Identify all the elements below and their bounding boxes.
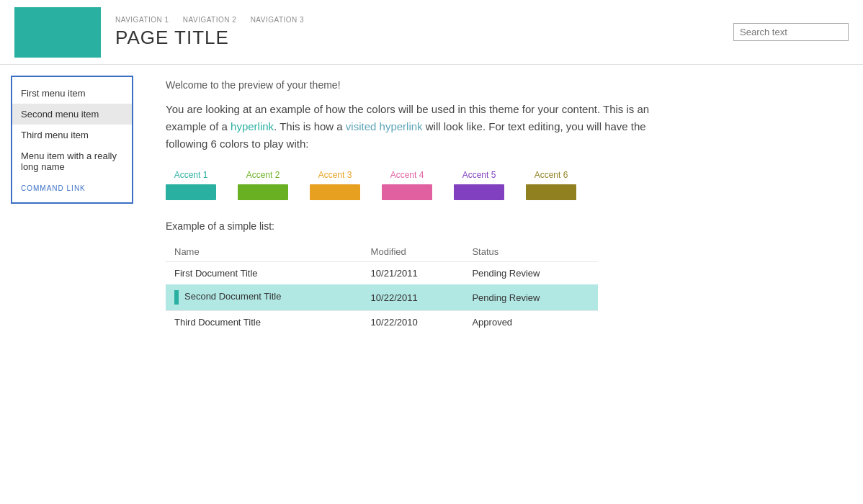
- accent-6-label: Accent 6: [535, 170, 568, 180]
- accent-3-item: Accent 3: [310, 170, 360, 200]
- accent-5-block: [454, 184, 504, 200]
- documents-table: Name Modified Status First Document Titl…: [166, 242, 598, 333]
- accent-5-label: Accent 5: [462, 170, 496, 180]
- main-layout: First menu item Second menu item Third m…: [0, 65, 863, 504]
- accents-section: Accent 1 Accent 2 Accent 3 Accent 4 Acce…: [166, 170, 841, 200]
- doc-name-1: First Document Title: [166, 262, 362, 285]
- accent-3-block: [310, 184, 360, 200]
- doc-status-2: Pending Review: [463, 284, 598, 311]
- content-area: Welcome to the preview of your theme! Yo…: [144, 65, 863, 504]
- col-header-modified: Modified: [362, 242, 464, 262]
- col-header-status: Status: [463, 242, 598, 262]
- doc-modified-3: 10/22/2010: [362, 311, 464, 334]
- header: NAVIGATION 1 NAVIGATION 2 NAVIGATION 3 P…: [0, 0, 863, 65]
- accent-2-label: Accent 2: [246, 170, 280, 180]
- visited-hyperlink[interactable]: visited hyperlink: [346, 120, 423, 132]
- table-row[interactable]: Second Document Title 10/22/2011 Pending…: [166, 284, 598, 311]
- accent-4-item: Accent 4: [382, 170, 432, 200]
- doc-status-3: Approved: [463, 311, 598, 334]
- accent-2-item: Accent 2: [238, 170, 288, 200]
- page-title: PAGE TITLE: [115, 27, 733, 49]
- table-header-row: Name Modified Status: [166, 242, 598, 262]
- accent-2-block: [238, 184, 288, 200]
- accent-1-item: Accent 1: [166, 170, 216, 200]
- doc-name-3: Third Document Title: [166, 311, 362, 334]
- row-indicator-icon: [174, 290, 179, 305]
- sidebar-item-third[interactable]: Third menu item: [12, 125, 132, 145]
- list-heading: Example of a simple list:: [166, 220, 841, 232]
- title-area: NAVIGATION 1 NAVIGATION 2 NAVIGATION 3 P…: [115, 16, 733, 49]
- list-section: Example of a simple list: Name Modified …: [166, 220, 841, 333]
- doc-modified-1: 10/21/2011: [362, 262, 464, 285]
- accent-4-block: [382, 184, 432, 200]
- accent-6-block: [526, 184, 576, 200]
- description: You are looking at an example of how the…: [166, 101, 670, 153]
- logo: [14, 7, 101, 58]
- accent-1-label: Accent 1: [174, 170, 208, 180]
- accent-labels-row: Accent 1 Accent 2 Accent 3 Accent 4 Acce…: [166, 170, 841, 200]
- search-input[interactable]: [733, 23, 849, 41]
- table-row[interactable]: First Document Title 10/21/2011 Pending …: [166, 262, 598, 285]
- accent-6-item: Accent 6: [526, 170, 576, 200]
- hyperlink[interactable]: hyperlink: [231, 120, 274, 132]
- sidebar-item-first[interactable]: First menu item: [12, 83, 132, 104]
- breadcrumb: NAVIGATION 1 NAVIGATION 2 NAVIGATION 3: [115, 16, 733, 24]
- sidebar-item-second[interactable]: Second menu item: [12, 104, 132, 125]
- col-header-name: Name: [166, 242, 362, 262]
- accent-5-item: Accent 5: [454, 170, 504, 200]
- sidebar-command-link[interactable]: COMMAND LINK: [12, 177, 132, 197]
- accent-1-block: [166, 184, 216, 200]
- welcome-text: Welcome to the preview of your theme!: [166, 79, 841, 91]
- accent-3-label: Accent 3: [318, 170, 352, 180]
- doc-status-1: Pending Review: [463, 262, 598, 285]
- doc-name-2: Second Document Title: [166, 284, 362, 311]
- sidebar: First menu item Second menu item Third m…: [11, 76, 133, 204]
- table-row[interactable]: Third Document Title 10/22/2010 Approved: [166, 311, 598, 334]
- accent-4-label: Accent 4: [390, 170, 424, 180]
- sidebar-item-long[interactable]: Menu item with a really long name: [12, 145, 132, 177]
- doc-modified-2: 10/22/2011: [362, 284, 464, 311]
